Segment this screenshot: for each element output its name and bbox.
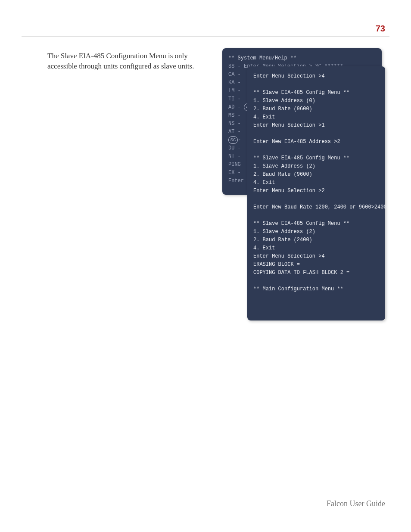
front-line: Enter Menu Selection >4 [253,252,379,261]
front-line: 1. Slave Address (2) [253,162,379,171]
label-nt: NT - [228,153,241,159]
header-divider [22,37,389,37]
panel-title: ** System Menu/Help ** [228,54,376,62]
dash-sc: - [238,137,241,143]
label-du: DU - [228,145,241,151]
front-line: COPYING DATA TO FLASH BLOCK 2 = [253,269,379,277]
circle-sc-icon: SC [228,136,238,144]
front-line: 2. Baud Rate (9600) [253,105,379,113]
label-ad: AD - [228,104,241,110]
front-line: ** Slave EIA-485 Config Menu ** [253,220,379,228]
body-paragraph: The Slave EIA-485 Configuration Menu is … [47,51,211,72]
front-line: ** Main Configuration Menu ** [253,285,379,293]
label-ca: CA - [228,72,241,78]
front-line: 2. Baud Rate (9600) [253,171,379,179]
front-line: 4. Exit [253,244,379,252]
front-line: 4. Exit [253,179,379,187]
label-at: AT - [228,129,241,135]
label-lm: LM - [228,88,241,94]
page-number: 73 [376,24,385,34]
front-line [253,146,379,154]
front-line: ** Slave EIA-485 Config Menu ** [253,89,379,97]
front-line: Enter Menu Selection >2 [253,187,379,195]
label-ms: MS - [228,112,241,118]
front-line: Enter Menu Selection >1 [253,121,379,130]
front-line [253,212,379,220]
front-line: 1. Slave Address (0) [253,97,379,105]
page: 73 The Slave EIA-485 Configuration Menu … [0,0,411,532]
front-line [253,81,379,89]
front-line: 2. Baud Rate (2400) [253,236,379,244]
front-line: Enter New Baud Rate 1200, 2400 or 9600>2… [253,203,379,212]
front-line: Enter New EIA-485 Address >2 [253,138,379,146]
front-line [253,277,379,285]
label-ti: TI - [228,96,241,102]
front-line: Enter Menu Selection >4 [253,72,379,81]
terminal-panel-front: Enter Menu Selection >4 ** Slave EIA-485… [247,66,385,320]
label-ka: KA - [228,80,241,86]
front-line: ** Slave EIA-485 Config Menu ** [253,154,379,162]
footer-text: Falcon User Guide [327,499,385,508]
front-line: 1. Slave Address (2) [253,228,379,236]
front-line: ERASING BLOCK = [253,261,379,269]
front-line [253,130,379,138]
front-line [253,195,379,203]
label-ns: NS - [228,121,241,127]
front-line: 4. Exit [253,113,379,121]
